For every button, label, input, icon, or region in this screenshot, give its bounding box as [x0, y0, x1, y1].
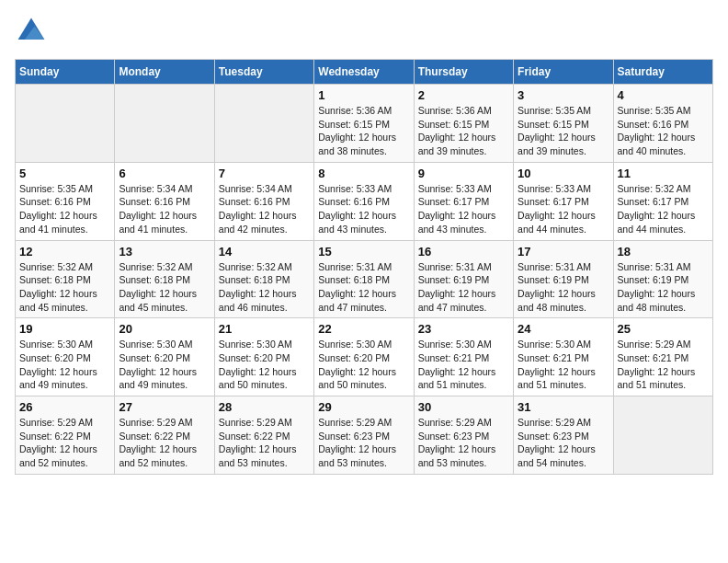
day-number: 8 [318, 167, 409, 180]
day-number: 1 [318, 88, 409, 102]
day-detail: Sunrise: 5:30 AM Sunset: 6:21 PM Dayligh… [518, 338, 609, 392]
calendar-cell: 26Sunrise: 5:29 AM Sunset: 6:22 PM Dayli… [16, 396, 115, 475]
day-detail: Sunrise: 5:30 AM Sunset: 6:20 PM Dayligh… [219, 338, 310, 392]
calendar-header: SundayMondayTuesdayWednesdayThursdayFrid… [16, 60, 713, 85]
day-number: 21 [219, 322, 310, 336]
day-number: 9 [418, 167, 509, 180]
day-detail: Sunrise: 5:33 AM Sunset: 6:17 PM Dayligh… [418, 182, 509, 236]
calendar-week-row: 19Sunrise: 5:30 AM Sunset: 6:20 PM Dayli… [16, 318, 713, 396]
day-number: 16 [418, 245, 509, 259]
day-number: 14 [219, 245, 310, 259]
page-header [15, 15, 713, 48]
day-number: 15 [318, 245, 409, 259]
day-detail: Sunrise: 5:31 AM Sunset: 6:19 PM Dayligh… [418, 260, 509, 315]
calendar-cell: 22Sunrise: 5:30 AM Sunset: 6:20 PM Dayli… [314, 318, 414, 396]
calendar-week-row: 5Sunrise: 5:35 AM Sunset: 6:16 PM Daylig… [16, 162, 713, 240]
day-number: 30 [418, 400, 509, 414]
calendar-cell [16, 85, 115, 163]
day-detail: Sunrise: 5:34 AM Sunset: 6:16 PM Dayligh… [219, 182, 310, 236]
calendar-cell [115, 85, 214, 163]
calendar-cell: 9Sunrise: 5:33 AM Sunset: 6:17 PM Daylig… [414, 162, 513, 240]
day-of-week-header: Friday [514, 60, 613, 85]
calendar-cell: 11Sunrise: 5:32 AM Sunset: 6:17 PM Dayli… [613, 162, 712, 240]
day-number: 27 [119, 400, 210, 414]
calendar-cell: 27Sunrise: 5:29 AM Sunset: 6:22 PM Dayli… [115, 396, 214, 475]
day-detail: Sunrise: 5:34 AM Sunset: 6:16 PM Dayligh… [119, 182, 210, 236]
day-detail: Sunrise: 5:30 AM Sunset: 6:20 PM Dayligh… [119, 338, 210, 392]
calendar-cell: 18Sunrise: 5:31 AM Sunset: 6:19 PM Dayli… [613, 240, 712, 318]
logo [15, 15, 51, 48]
calendar-cell: 15Sunrise: 5:31 AM Sunset: 6:18 PM Dayli… [314, 240, 414, 318]
day-number: 6 [119, 167, 210, 180]
calendar-cell: 25Sunrise: 5:29 AM Sunset: 6:21 PM Dayli… [613, 318, 712, 396]
day-of-week-header: Thursday [414, 60, 513, 85]
calendar-week-row: 12Sunrise: 5:32 AM Sunset: 6:18 PM Dayli… [16, 240, 713, 318]
day-detail: Sunrise: 5:35 AM Sunset: 6:16 PM Dayligh… [19, 182, 110, 236]
calendar-cell: 4Sunrise: 5:35 AM Sunset: 6:16 PM Daylig… [613, 85, 712, 163]
calendar-cell: 20Sunrise: 5:30 AM Sunset: 6:20 PM Dayli… [115, 318, 214, 396]
day-number: 5 [19, 167, 110, 180]
day-number: 10 [518, 167, 609, 180]
day-detail: Sunrise: 5:35 AM Sunset: 6:15 PM Dayligh… [518, 104, 609, 158]
day-number: 28 [219, 400, 310, 414]
calendar-cell: 6Sunrise: 5:34 AM Sunset: 6:16 PM Daylig… [115, 162, 214, 240]
calendar-cell: 24Sunrise: 5:30 AM Sunset: 6:21 PM Dayli… [514, 318, 613, 396]
calendar-cell: 21Sunrise: 5:30 AM Sunset: 6:20 PM Dayli… [214, 318, 313, 396]
day-number: 2 [418, 88, 509, 102]
calendar-week-row: 26Sunrise: 5:29 AM Sunset: 6:22 PM Dayli… [16, 396, 713, 475]
calendar-cell [214, 85, 313, 163]
day-detail: Sunrise: 5:33 AM Sunset: 6:16 PM Dayligh… [318, 182, 409, 236]
day-number: 13 [119, 245, 210, 259]
day-detail: Sunrise: 5:31 AM Sunset: 6:19 PM Dayligh… [618, 260, 709, 315]
day-number: 25 [618, 322, 709, 336]
day-number: 3 [518, 88, 609, 102]
day-number: 19 [19, 322, 110, 336]
day-number: 12 [19, 245, 110, 259]
day-detail: Sunrise: 5:29 AM Sunset: 6:23 PM Dayligh… [318, 416, 409, 470]
day-number: 4 [618, 88, 709, 102]
day-detail: Sunrise: 5:29 AM Sunset: 6:22 PM Dayligh… [19, 416, 110, 470]
day-of-week-header: Tuesday [214, 60, 313, 85]
day-number: 31 [518, 400, 609, 414]
day-of-week-header: Monday [115, 60, 214, 85]
day-detail: Sunrise: 5:32 AM Sunset: 6:18 PM Dayligh… [219, 260, 310, 315]
calendar-body: 1Sunrise: 5:36 AM Sunset: 6:15 PM Daylig… [16, 85, 713, 475]
calendar-cell: 29Sunrise: 5:29 AM Sunset: 6:23 PM Dayli… [314, 396, 414, 475]
day-number: 20 [119, 322, 210, 336]
logo-icon [15, 15, 48, 48]
calendar-cell: 10Sunrise: 5:33 AM Sunset: 6:17 PM Dayli… [514, 162, 613, 240]
day-detail: Sunrise: 5:29 AM Sunset: 6:22 PM Dayligh… [219, 416, 310, 470]
calendar-cell: 8Sunrise: 5:33 AM Sunset: 6:16 PM Daylig… [314, 162, 414, 240]
calendar-cell: 30Sunrise: 5:29 AM Sunset: 6:23 PM Dayli… [414, 396, 513, 475]
day-number: 29 [318, 400, 409, 414]
calendar-cell: 1Sunrise: 5:36 AM Sunset: 6:15 PM Daylig… [314, 85, 414, 163]
day-detail: Sunrise: 5:29 AM Sunset: 6:22 PM Dayligh… [119, 416, 210, 470]
day-detail: Sunrise: 5:30 AM Sunset: 6:20 PM Dayligh… [318, 338, 409, 392]
day-header-row: SundayMondayTuesdayWednesdayThursdayFrid… [16, 60, 713, 85]
day-number: 23 [418, 322, 509, 336]
calendar-cell: 23Sunrise: 5:30 AM Sunset: 6:21 PM Dayli… [414, 318, 513, 396]
calendar-cell: 12Sunrise: 5:32 AM Sunset: 6:18 PM Dayli… [16, 240, 115, 318]
calendar-cell: 19Sunrise: 5:30 AM Sunset: 6:20 PM Dayli… [16, 318, 115, 396]
day-detail: Sunrise: 5:32 AM Sunset: 6:18 PM Dayligh… [119, 260, 210, 315]
calendar-cell: 14Sunrise: 5:32 AM Sunset: 6:18 PM Dayli… [214, 240, 313, 318]
day-number: 26 [19, 400, 110, 414]
day-number: 17 [518, 245, 609, 259]
calendar-week-row: 1Sunrise: 5:36 AM Sunset: 6:15 PM Daylig… [16, 85, 713, 163]
calendar-cell: 3Sunrise: 5:35 AM Sunset: 6:15 PM Daylig… [514, 85, 613, 163]
day-detail: Sunrise: 5:32 AM Sunset: 6:18 PM Dayligh… [19, 260, 110, 315]
day-number: 22 [318, 322, 409, 336]
day-detail: Sunrise: 5:33 AM Sunset: 6:17 PM Dayligh… [518, 182, 609, 236]
day-detail: Sunrise: 5:30 AM Sunset: 6:20 PM Dayligh… [19, 338, 110, 392]
calendar-cell: 7Sunrise: 5:34 AM Sunset: 6:16 PM Daylig… [214, 162, 313, 240]
day-detail: Sunrise: 5:31 AM Sunset: 6:18 PM Dayligh… [318, 260, 409, 315]
day-of-week-header: Sunday [16, 60, 115, 85]
day-detail: Sunrise: 5:35 AM Sunset: 6:16 PM Dayligh… [618, 104, 709, 158]
calendar-cell: 13Sunrise: 5:32 AM Sunset: 6:18 PM Dayli… [115, 240, 214, 318]
day-number: 24 [518, 322, 609, 336]
day-detail: Sunrise: 5:29 AM Sunset: 6:21 PM Dayligh… [618, 338, 709, 392]
day-detail: Sunrise: 5:32 AM Sunset: 6:17 PM Dayligh… [618, 182, 709, 236]
calendar-cell: 2Sunrise: 5:36 AM Sunset: 6:15 PM Daylig… [414, 85, 513, 163]
calendar-cell [613, 396, 712, 475]
day-detail: Sunrise: 5:29 AM Sunset: 6:23 PM Dayligh… [418, 416, 509, 470]
